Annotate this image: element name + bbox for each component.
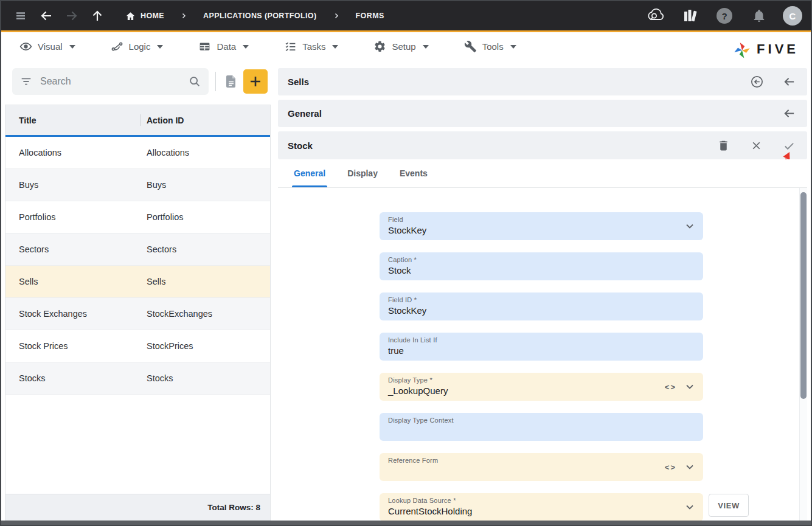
general-section-bar: General (278, 100, 807, 127)
chevron-down-icon[interactable] (684, 220, 696, 232)
include-in-list-if-field[interactable]: Include In List If true (380, 333, 703, 361)
toolbar-divider (215, 72, 216, 91)
display-type-field[interactable]: Display Type * _LookupQuery <> (380, 373, 703, 401)
field-select-field[interactable]: Field StockKey (380, 212, 703, 240)
eye-icon (19, 40, 32, 53)
column-divider (141, 114, 141, 126)
column-header-title[interactable]: Title (19, 116, 147, 125)
caption-field[interactable]: Caption * Stock (380, 252, 703, 280)
table-row[interactable]: Stock Prices StockPrices (5, 330, 270, 362)
chevron-down-icon[interactable] (684, 381, 696, 393)
display-type-context-field[interactable]: Display Type Context (380, 413, 703, 441)
column-header-action-id[interactable]: Action ID (147, 116, 270, 125)
delete-trash-icon[interactable] (715, 137, 732, 154)
breadcrumb-forms[interactable]: FORMS (356, 12, 384, 20)
table-row[interactable]: Stocks Stocks (5, 362, 270, 395)
main-menu-bar: Visual Logic Data Tasks Setup Tools (1, 32, 811, 61)
vertical-scrollbar[interactable] (799, 188, 807, 521)
report-document-icon[interactable] (221, 71, 241, 92)
menu-tools-label: Tools (482, 41, 504, 52)
caret-down-icon (423, 45, 429, 49)
back-arrow-icon[interactable] (780, 74, 797, 91)
history-back-circle-icon[interactable] (748, 74, 765, 91)
view-button[interactable]: VIEW (709, 494, 749, 517)
add-record-button[interactable] (243, 69, 268, 94)
library-books-icon[interactable] (679, 5, 701, 27)
search-bar (12, 68, 209, 95)
app-window: HOME APPLICATIONS (PORTFOLIO) FORMS ? (0, 0, 812, 526)
table-footer: Total Rows: 8 (5, 494, 270, 520)
table-row[interactable]: Sectors Sectors (5, 234, 270, 266)
user-avatar[interactable]: C (783, 6, 802, 26)
up-arrow-icon[interactable] (86, 5, 108, 27)
search-icon[interactable] (188, 75, 201, 88)
tab-events[interactable]: Events (400, 168, 428, 187)
save-check-icon[interactable] (780, 137, 797, 154)
cloud-search-icon[interactable] (644, 5, 666, 27)
vertical-scrollbar-thumb[interactable] (800, 192, 807, 399)
forward-arrow-icon[interactable] (61, 5, 83, 27)
breadcrumb-home[interactable]: HOME (125, 11, 164, 21)
table-row[interactable]: Stock Exchanges StockExchanges (5, 298, 270, 330)
menu-data[interactable]: Data (198, 40, 249, 53)
gear-icon (373, 40, 386, 53)
forms-list-table: Title Action ID Allocations Allocations … (5, 105, 271, 521)
nav-controls: HOME APPLICATIONS (PORTFOLIO) FORMS (1, 5, 384, 27)
menu-setup[interactable]: Setup (373, 40, 428, 53)
table-header[interactable]: Title Action ID (5, 105, 270, 137)
table-row[interactable]: Buys Buys (5, 169, 270, 201)
stock-subsection-bar: Stock (278, 131, 807, 159)
field-id-field[interactable]: Field ID * StockKey (380, 292, 703, 320)
tasks-icon (284, 40, 297, 53)
caret-down-icon (510, 45, 516, 49)
caret-down-icon (332, 45, 338, 49)
document-icon (224, 74, 238, 89)
menu-logic-label: Logic (129, 41, 151, 52)
tab-display[interactable]: Display (347, 168, 378, 187)
tools-icon (464, 40, 477, 53)
stock-subsection-title: Stock (288, 140, 313, 151)
menu-tools[interactable]: Tools (464, 40, 516, 53)
caret-down-icon (69, 45, 75, 49)
filter-icon (19, 75, 33, 88)
record-header-bar: Sells (278, 68, 807, 95)
cancel-x-icon[interactable] (748, 137, 765, 154)
menu-tasks[interactable]: Tasks (284, 40, 338, 53)
breadcrumb-applications[interactable]: APPLICATIONS (PORTFOLIO) (203, 12, 316, 20)
topbar-actions: ? C (644, 5, 811, 27)
caret-down-icon (243, 45, 249, 49)
help-icon[interactable]: ? (713, 5, 735, 27)
back-arrow-icon[interactable] (35, 5, 57, 27)
logic-icon (111, 40, 123, 53)
table-row[interactable]: Allocations Allocations (5, 137, 270, 169)
reference-form-field[interactable]: Reference Form <> (380, 453, 703, 481)
chevron-down-icon[interactable] (684, 461, 696, 473)
avatar-initial: C (789, 11, 796, 21)
search-input[interactable] (39, 75, 182, 88)
menu-tasks-label: Tasks (302, 41, 325, 52)
table-row[interactable]: Portfolios Portfolios (5, 201, 270, 234)
record-title: Sells (288, 77, 309, 87)
home-icon (125, 11, 136, 21)
horizontal-scrollbar[interactable] (1, 521, 811, 525)
menu-logic[interactable]: Logic (111, 40, 164, 53)
plus-icon (248, 74, 263, 89)
back-arrow-icon[interactable] (780, 105, 797, 122)
tab-general[interactable]: General (294, 168, 325, 187)
lookup-data-source-field[interactable]: Lookup Data Source * CurrentStockHolding (380, 493, 703, 521)
breadcrumb-home-label: HOME (141, 12, 164, 20)
notifications-bell-icon[interactable] (748, 5, 770, 27)
hamburger-menu-icon[interactable] (10, 5, 32, 27)
field-properties-form: Field StockKey Caption * Stock Field ID … (278, 188, 799, 521)
chevron-right-icon (180, 12, 187, 19)
table-row-selected[interactable]: Sells Sells (5, 266, 270, 298)
detail-tabs: General Display Events (278, 159, 807, 188)
code-icon[interactable]: <> (665, 463, 676, 472)
menu-visual[interactable]: Visual (19, 40, 75, 53)
code-icon[interactable]: <> (665, 382, 676, 392)
menu-data-label: Data (217, 41, 236, 52)
breadcrumb-page-label: FORMS (356, 12, 384, 20)
chevron-down-icon[interactable] (684, 501, 696, 513)
table-empty-space (5, 395, 270, 494)
breadcrumb: HOME APPLICATIONS (PORTFOLIO) FORMS (125, 11, 384, 21)
